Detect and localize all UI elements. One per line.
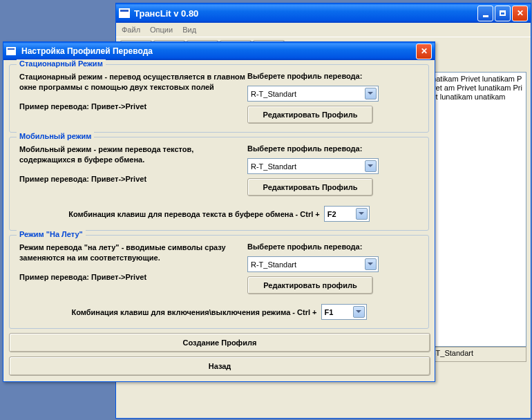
mobile-hotkey-value: F2 xyxy=(327,210,336,218)
onfly-group: Режим "На Лету" Режим перевода "на лету"… xyxy=(9,235,429,329)
menu-file[interactable]: Файл xyxy=(122,26,140,34)
main-title-text: ТрансLit v 0.80 xyxy=(134,8,477,19)
onfly-select-label: Выберете профиль перевода: xyxy=(247,242,362,251)
mobile-edit-button[interactable]: Редактировать Профиль xyxy=(247,178,373,196)
mobile-hotkey-select[interactable]: F2 xyxy=(324,206,370,222)
profiles-dialog: Настройка Профилей Перевода Стационарный… xyxy=(3,41,435,382)
mobile-select-label: Выберете профиль перевода: xyxy=(247,144,362,153)
stationary-desc: Стационарный режим - перевод осуществляе… xyxy=(19,72,247,93)
stationary-edit-button[interactable]: Редактировать Профиль xyxy=(247,106,373,124)
onfly-hotkey-label: Комбинация клавиш для включения\выключен… xyxy=(72,308,317,316)
stationary-example: Пример перевода: Привет->Privet xyxy=(19,102,247,111)
onfly-edit-button[interactable]: Редактировать профиль xyxy=(247,276,373,294)
status-profile: R-T_Standart xyxy=(424,347,526,362)
mobile-edit-button-label: Редактировать Профиль xyxy=(263,183,358,191)
stationary-select-value: R-T_Standart xyxy=(251,90,296,98)
mobile-group: Мобильный режим Мобильный режим - режим … xyxy=(9,137,429,231)
dialog-icon xyxy=(6,47,16,55)
stationary-group-title: Стационарный Режим xyxy=(17,59,106,68)
menu-options[interactable]: Опции xyxy=(150,26,173,34)
maximize-button[interactable] xyxy=(495,6,511,21)
stationary-select-label: Выберете профиль перевода: xyxy=(247,72,362,80)
onfly-profile-select[interactable]: R-T_Standart xyxy=(247,256,379,272)
stationary-group: Стационарный Режим Стационарный режим - … xyxy=(9,64,429,133)
menu-view[interactable]: Вид xyxy=(182,26,196,34)
onfly-select-value: R-T_Standart xyxy=(251,260,296,269)
mobile-desc: Мобильный режим - режим перевода текстов… xyxy=(19,144,247,165)
onfly-hotkey-value: F1 xyxy=(325,308,334,316)
app-icon xyxy=(119,8,130,18)
main-titlebar: ТрансLit v 0.80 xyxy=(116,3,531,23)
onfly-group-title: Режим "На Лету" xyxy=(17,230,86,238)
mobile-group-title: Мобильный режим xyxy=(17,132,94,140)
mobile-profile-select[interactable]: R-T_Standart xyxy=(247,158,379,174)
close-button[interactable] xyxy=(512,6,528,21)
back-button[interactable]: Назад xyxy=(9,356,430,376)
back-button-label: Назад xyxy=(209,362,231,370)
onfly-edit-button-label: Редактировать профиль xyxy=(263,281,357,289)
stationary-edit-button-label: Редактировать Профиль xyxy=(263,111,358,119)
menu-bar: Файл Опции Вид xyxy=(116,23,531,37)
onfly-hotkey-select[interactable]: F1 xyxy=(321,304,367,320)
create-profile-button[interactable]: Создание Профиля xyxy=(9,333,430,352)
mobile-hotkey-label: Комбинация клавиш для перевода текста в … xyxy=(68,210,320,218)
mobile-example: Пример перевода: Привет->Privet xyxy=(19,175,247,183)
dialog-titlebar: Настройка Профилей Перевода xyxy=(3,42,435,60)
minimize-button[interactable] xyxy=(477,6,493,21)
dialog-title-text: Настройка Профилей Перевода xyxy=(21,46,416,56)
onfly-desc: Режим перевода "на лету" - вводимые симв… xyxy=(19,242,247,263)
create-profile-button-label: Создание Профиля xyxy=(183,338,257,347)
onfly-example: Пример перевода: Привет->Privet xyxy=(19,273,247,281)
output-textarea[interactable]: unatikam Privet lunatikam Privet am Priv… xyxy=(424,72,526,347)
dialog-close-button[interactable] xyxy=(416,44,432,59)
mobile-select-value: R-T_Standart xyxy=(251,162,296,171)
stationary-profile-select[interactable]: R-T_Standart xyxy=(247,86,379,102)
